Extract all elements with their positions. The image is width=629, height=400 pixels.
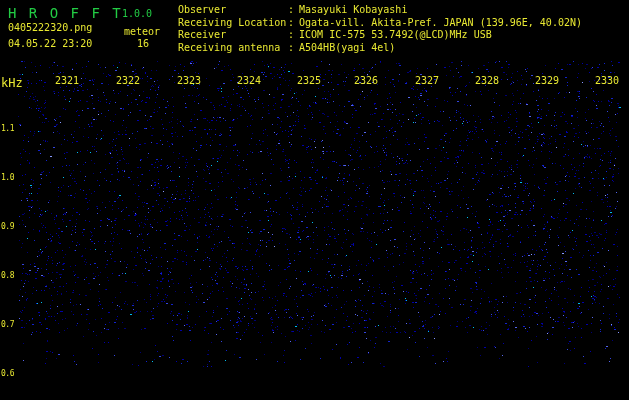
time-tick-label: 2329 <box>532 75 562 86</box>
y-tick-label: 1.1 <box>0 124 14 133</box>
info-value: Ogata-vill. Akita-Pref. JAPAN (139.96E, … <box>299 17 582 28</box>
hrofft-window: H R O F F T 1.0.0 0405222320.png meteor … <box>0 0 629 400</box>
y-tick-label: 0.7 <box>0 320 14 329</box>
station-info-row: Receiving antenna:A504HB(yagi 4el) <box>178 42 582 55</box>
station-info-row: Observer:Masayuki Kobayashi <box>178 4 582 17</box>
info-label: Receiving antenna <box>178 42 288 55</box>
y-tick-label: 0.6 <box>0 369 14 378</box>
time-tick-label: 2327 <box>412 75 442 86</box>
time-tick-label: 2328 <box>472 75 502 86</box>
info-separator: : <box>288 42 294 55</box>
info-separator: : <box>288 17 294 30</box>
time-tick-label: 2326 <box>351 75 381 86</box>
station-info: Observer:Masayuki KobayashiReceiving Loc… <box>178 4 582 54</box>
time-tick-label: 2325 <box>294 75 324 86</box>
app-title: H R O F F T <box>8 6 123 20</box>
info-separator: : <box>288 29 294 42</box>
station-info-row: Receiver:ICOM IC-575 53.7492(@LCD)MHz US… <box>178 29 582 42</box>
info-value: A504HB(yagi 4el) <box>299 42 395 53</box>
info-label: Observer <box>178 4 288 17</box>
time-tick-label: 2330 <box>592 75 622 86</box>
time-tick-label: 2324 <box>234 75 264 86</box>
app-version: 1.0.0 <box>122 9 152 19</box>
date-time: 04.05.22 23:20 <box>8 39 92 49</box>
time-tick-label: 2321 <box>52 75 82 86</box>
info-label: Receiving Location <box>178 17 288 30</box>
mode-label: meteor <box>124 27 160 37</box>
y-axis-unit-label: kHz <box>1 77 23 89</box>
output-filename: 0405222320.png <box>8 23 92 33</box>
station-info-row: Receiving Location:Ogata-vill. Akita-Pre… <box>178 17 582 30</box>
info-value: Masayuki Kobayashi <box>299 4 407 15</box>
time-tick-label: 2322 <box>113 75 143 86</box>
info-label: Receiver <box>178 29 288 42</box>
info-separator: : <box>288 4 294 17</box>
info-value: ICOM IC-575 53.7492(@LCD)MHz USB <box>299 29 492 40</box>
time-tick-label: 2323 <box>174 75 204 86</box>
spectrogram-canvas <box>0 0 629 400</box>
y-tick-label: 1.0 <box>0 173 14 182</box>
echo-count: 16 <box>137 39 149 49</box>
y-tick-label: 0.9 <box>0 222 14 231</box>
y-tick-label: 0.8 <box>0 271 14 280</box>
